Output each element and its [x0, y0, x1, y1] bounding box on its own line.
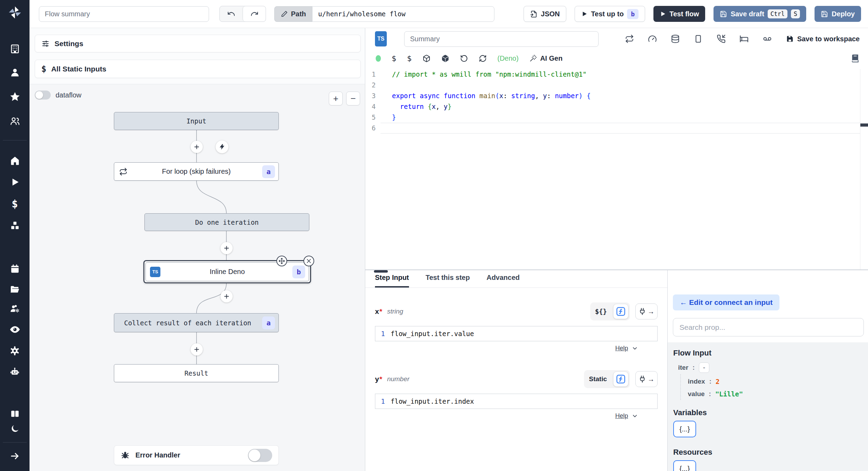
star-icon[interactable]	[8, 90, 22, 103]
code-editor[interactable]: 123456 // import * as wmill from "npm:wi…	[365, 67, 868, 269]
prop-row-value[interactable]: value : "Lille"	[688, 390, 862, 398]
dollar-sign-icon[interactable]: $	[392, 54, 396, 63]
javascript-mode-button[interactable]	[613, 371, 628, 387]
undo-button[interactable]	[220, 6, 243, 22]
prop-value-box[interactable]: -	[699, 362, 709, 373]
add-step-button[interactable]	[191, 141, 203, 153]
flow-node-forloop[interactable]: For loop (skip failures) a	[114, 162, 279, 181]
plug-icon	[639, 375, 646, 383]
wand-sparkles-icon	[529, 54, 537, 62]
ai-gen-button[interactable]: AI Gen	[529, 54, 562, 62]
chevron-down-icon[interactable]	[632, 345, 638, 352]
mode-label[interactable]: Static	[585, 375, 610, 383]
dollar-sign-icon[interactable]: $	[407, 54, 411, 63]
path-input[interactable]	[312, 6, 494, 22]
voicemail-icon[interactable]	[762, 34, 772, 43]
cache-database-icon[interactable]	[671, 34, 680, 43]
tab-advanced[interactable]: Advanced	[486, 274, 520, 288]
user-icon[interactable]	[8, 66, 22, 79]
code-gutter: 123456	[365, 69, 381, 269]
flow-input-title: Flow Input	[673, 349, 862, 358]
json-button[interactable]: JSON	[524, 6, 566, 22]
windmill-logo[interactable]	[7, 5, 23, 20]
ai-gen-label: AI Gen	[540, 54, 562, 62]
flow-node-input[interactable]: Input	[114, 112, 279, 130]
users-cog-icon[interactable]	[8, 302, 22, 316]
panel-resize-handle[interactable]	[374, 270, 388, 273]
search-prop-input[interactable]	[673, 318, 864, 336]
prop-row-index[interactable]: index : 2	[688, 378, 862, 385]
flow-node-collect-result[interactable]: Collect result of each iteration a	[114, 313, 279, 332]
flow-node-do-one-iteration[interactable]: Do one iteration	[144, 213, 309, 231]
tab-test-this-step[interactable]: Test this step	[426, 274, 470, 288]
phone-incoming-icon[interactable]	[717, 34, 726, 43]
robot-icon[interactable]	[8, 365, 22, 378]
all-static-inputs-button[interactable]: $ All Static Inputs	[35, 60, 361, 78]
resources-object-button[interactable]: {...}	[673, 460, 696, 471]
home-icon[interactable]	[8, 154, 22, 167]
dollar-icon[interactable]: $	[8, 197, 22, 210]
redo-button[interactable]	[243, 6, 266, 22]
flow-summary-input[interactable]	[39, 6, 209, 22]
javascript-mode-button[interactable]	[613, 304, 628, 319]
sleep-bed-icon[interactable]	[740, 34, 749, 43]
flow-node-inline-deno-selected[interactable]: TS Inline Deno b	[143, 260, 311, 283]
trigger-button[interactable]	[216, 140, 228, 153]
gauge-icon[interactable]	[648, 34, 657, 43]
delete-node-button[interactable]	[303, 256, 314, 266]
edit-or-connect-button[interactable]: ← Edit or connect an input	[673, 294, 779, 310]
field-y-expr-editor[interactable]: 1 flow_input.iter.index	[375, 394, 658, 409]
package-icon[interactable]	[423, 54, 431, 62]
connect-input-button[interactable]: →	[635, 371, 658, 387]
error-handler-toggle[interactable]	[248, 449, 272, 462]
typescript-badge: TS	[150, 267, 160, 277]
play-icon[interactable]	[8, 175, 22, 189]
calendar-icon[interactable]	[8, 262, 22, 275]
retry-repeat-icon[interactable]	[625, 34, 634, 43]
boxes-icon[interactable]	[8, 219, 22, 232]
tab-step-input[interactable]: Step Input	[375, 274, 409, 288]
help-link[interactable]: Help	[615, 412, 628, 420]
arrow-right-icon: →	[648, 375, 654, 383]
test-up-to-label: Test up to	[591, 10, 624, 18]
step-summary-input[interactable]	[404, 31, 599, 47]
save-draft-button[interactable]: Save draft Ctrl S	[713, 6, 806, 22]
prop-row-iter[interactable]: iter : -	[678, 362, 862, 373]
folder-open-icon[interactable]	[8, 283, 22, 296]
cursor-position-mark	[860, 123, 868, 127]
settings-gear-icon[interactable]	[8, 344, 22, 357]
path-edit-button[interactable]: Path	[274, 6, 312, 22]
flow-settings-button[interactable]: Settings	[35, 35, 361, 52]
refresh-icon[interactable]	[479, 54, 487, 62]
users-icon[interactable]	[8, 114, 22, 128]
mode-label[interactable]: ${}	[592, 308, 610, 315]
deploy-button[interactable]: Deploy	[815, 6, 861, 22]
arrow-right-icon[interactable]	[8, 449, 22, 463]
docs-book-icon[interactable]	[851, 54, 860, 63]
book-icon[interactable]	[8, 407, 22, 420]
help-link[interactable]: Help	[615, 345, 628, 352]
test-up-to-button[interactable]: Test up to b	[575, 6, 645, 22]
add-step-button[interactable]	[220, 242, 233, 254]
eye-icon[interactable]	[8, 323, 22, 336]
bug-icon	[120, 451, 130, 460]
connect-input-button[interactable]: →	[635, 303, 658, 319]
rectangle-vertical-icon[interactable]	[694, 34, 703, 43]
add-step-button[interactable]	[191, 343, 203, 356]
undo-icon	[227, 10, 235, 18]
test-flow-button[interactable]: Test flow	[653, 6, 705, 22]
flow-node-result[interactable]: Result	[114, 364, 279, 382]
package-filled-icon[interactable]	[441, 54, 449, 62]
add-step-button[interactable]	[220, 290, 233, 302]
variables-object-button[interactable]: {...}	[673, 421, 696, 437]
save-to-workspace-button[interactable]: Save to workspace	[786, 35, 860, 43]
rotate-ccw-icon[interactable]	[460, 54, 468, 62]
input-mode-segmented: Static	[584, 370, 630, 388]
chevron-down-icon[interactable]	[632, 413, 638, 419]
building-icon[interactable]	[8, 42, 22, 55]
move-node-button[interactable]	[276, 256, 287, 266]
field-x-expr-editor[interactable]: 1 flow_input.iter.value	[375, 326, 658, 341]
moon-icon[interactable]	[8, 422, 22, 435]
play-icon	[581, 11, 587, 17]
error-handler-label: Error Handler	[135, 451, 180, 459]
